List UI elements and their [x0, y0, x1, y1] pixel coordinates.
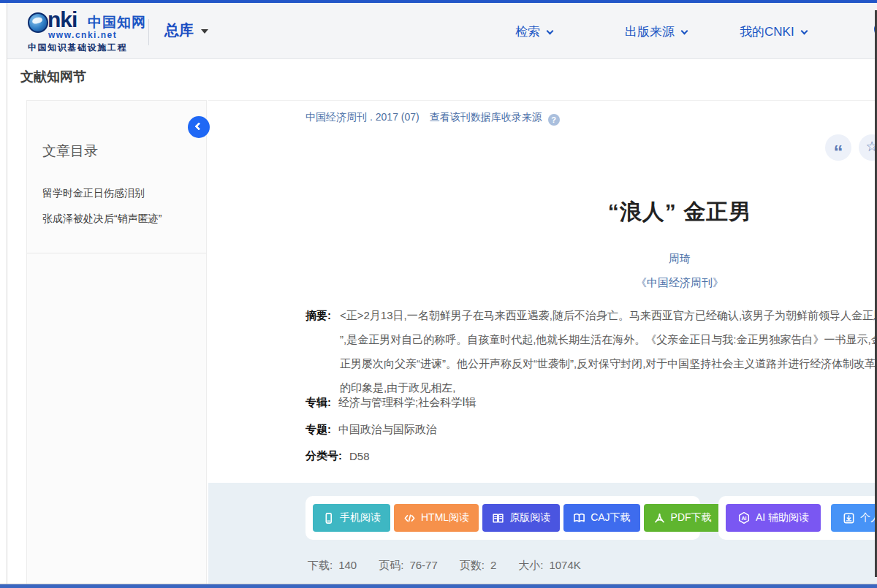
- toc-title: 文章目录: [42, 142, 98, 161]
- stat-label: 页数:: [460, 559, 485, 571]
- caret-down-icon: [201, 29, 208, 34]
- window-left-border: [7, 3, 7, 588]
- nav-item-publication-source[interactable]: 出版来源: [625, 23, 687, 40]
- field-label: 分类号:: [305, 449, 342, 463]
- journal-ref-link[interactable]: 《中国经济周刊》: [208, 276, 877, 290]
- stat-label: 页码:: [379, 559, 403, 571]
- action-footer: 手机阅读 HTML阅读 原版阅读 CAJ下载 PDF下载 AI AI 辅: [208, 483, 877, 585]
- stat-value: 1074K: [549, 559, 580, 571]
- stat-page-range: 页码:76-77: [379, 559, 438, 573]
- ai-assisted-reading-button[interactable]: AI AI 辅助阅读: [726, 504, 821, 532]
- nav-item-my-cnki[interactable]: 我的CNKI: [740, 23, 807, 40]
- nav-my-label: 我的CNKI: [740, 25, 794, 39]
- db-switch-label: 总库: [164, 22, 194, 38]
- abstract-text: <正>2月13日,一名朝鲜男子在马来西亚遇袭,随后不治身亡。马来西亚官方已经确认…: [340, 303, 877, 400]
- nav-pub-label: 出版来源: [625, 25, 675, 39]
- header: nki 中国知网 www.cnki.net 中国知识基础设施工程 总库 检索 出…: [7, 3, 877, 59]
- stat-value: 76-77: [409, 559, 437, 571]
- stat-value: 2: [490, 559, 496, 571]
- author-link[interactable]: 周琦: [208, 252, 877, 266]
- ai-hexagon-icon: AI: [737, 511, 751, 524]
- field-label: 专题:: [305, 423, 331, 437]
- html-reading-button[interactable]: HTML阅读: [394, 504, 479, 532]
- phone-icon: [322, 512, 335, 524]
- abstract-line: ”,是金正男对自己的称呼。自孩童时代起,他就长期生活在海外。《父亲金正日与我:金…: [340, 327, 877, 351]
- pages-icon: [492, 512, 504, 524]
- mobile-reading-button[interactable]: 手机阅读: [313, 504, 390, 532]
- stat-label: 大小:: [518, 559, 543, 571]
- svg-text:AI: AI: [742, 516, 747, 521]
- button-label: CAJ下载: [591, 511, 630, 524]
- reading-download-bar: 手机阅读 HTML阅读 原版阅读 CAJ下载 PDF下载: [305, 496, 700, 540]
- chevron-down-icon: [547, 28, 554, 35]
- globe-icon: [28, 12, 48, 33]
- stats-row: 下载:140 页码:76-77 页数:2 大小:1074K: [308, 559, 603, 573]
- open-book-icon: [573, 512, 585, 524]
- nav-item-search[interactable]: 检索: [515, 23, 553, 40]
- stat-label: 下载:: [308, 559, 333, 571]
- abstract-block: 摘要: <正>2月13日,一名朝鲜男子在马来西亚遇袭,随后不治身亡。马来西亚官方…: [305, 303, 877, 400]
- header-divider: [148, 19, 149, 45]
- page-title: 文献知网节: [20, 68, 86, 85]
- toc-item[interactable]: 张成泽被处决后“销声匿迹”: [42, 213, 162, 226]
- button-label: PDF下载: [671, 511, 712, 524]
- stat-size: 大小:1074K: [518, 559, 581, 573]
- button-label: AI 辅助阅读: [756, 511, 809, 524]
- stat-value: 140: [338, 559, 357, 571]
- collapse-sidebar-button[interactable]: [188, 116, 210, 138]
- abstract-line: 正男屡次向父亲“进谏”。他公开声称反对“世袭制”,反对保守封闭,对于中国坚持社会…: [340, 351, 877, 375]
- toc-item[interactable]: 留学时金正日伤感泪别: [42, 187, 145, 200]
- source-help-icon[interactable]: ?: [548, 114, 560, 126]
- journal-issue: . 2017 (07): [370, 111, 419, 123]
- nav-search-label: 检索: [515, 25, 540, 39]
- chevron-left-icon: [194, 122, 202, 130]
- window-bottom-border-blue: [0, 584, 877, 588]
- cnki-logo[interactable]: nki 中国知网 www.cnki.net 中国知识基础设施工程: [28, 10, 156, 56]
- field-value: 中国政治与国际政治: [338, 423, 437, 437]
- field-row-series: 专辑: 经济与管理科学;社会科学Ⅰ辑: [305, 396, 477, 410]
- button-label: 原版阅读: [509, 511, 550, 524]
- button-label: HTML阅读: [421, 511, 469, 524]
- personal-achievement-button[interactable]: 个人成果认领: [831, 504, 877, 532]
- article-title: “浪人” 金正男: [208, 197, 877, 227]
- window-top-border: [0, 0, 877, 3]
- field-value: D58: [349, 450, 370, 462]
- field-label: 专辑:: [305, 396, 331, 410]
- source-link[interactable]: 查看该刊数据库收录来源: [430, 111, 542, 123]
- pdf-icon: [653, 512, 666, 524]
- toc-divider: [27, 253, 206, 253]
- journal-line: 中国经济周刊. 2017 (07)查看该刊数据库收录来源?: [305, 111, 560, 126]
- field-row-topic: 专题: 中国政治与国际政治: [305, 423, 437, 437]
- abstract-label: 摘要:: [305, 303, 340, 400]
- code-icon: [403, 512, 416, 524]
- abstract-line: <正>2月13日,一名朝鲜男子在马来西亚遇袭,随后不治身亡。马来西亚官方已经确认…: [340, 303, 877, 327]
- chevron-down-icon: [800, 28, 808, 35]
- field-row-classification: 分类号: D58: [305, 449, 370, 463]
- stat-page-count: 页数:2: [460, 559, 497, 573]
- pdf-download-button[interactable]: PDF下载: [644, 504, 721, 532]
- tray-download-icon: [843, 512, 855, 524]
- logo-slogan-text: 中国知识基础设施工程: [28, 42, 127, 54]
- button-label: 手机阅读: [340, 511, 381, 524]
- ai-personal-bar: AI AI 辅助阅读 个人成果认领: [718, 496, 877, 540]
- db-switch-dropdown[interactable]: 总库: [164, 20, 208, 40]
- journal-link[interactable]: 中国经济周刊: [305, 111, 367, 123]
- quote-icon: “: [834, 141, 843, 163]
- field-value: 经济与管理科学;社会科学Ⅰ辑: [338, 396, 477, 410]
- logo-nki-text: nki: [48, 7, 77, 32]
- original-reading-button[interactable]: 原版阅读: [482, 504, 560, 532]
- chevron-down-icon: [681, 28, 688, 35]
- caj-download-button[interactable]: CAJ下载: [563, 504, 639, 532]
- logo-url-text: www.cnki.net: [48, 30, 117, 40]
- article-toc-panel: 文章目录 留学时金正日伤感泪别 张成泽被处决后“销声匿迹”: [26, 100, 207, 584]
- stat-downloads: 下载:140: [308, 559, 357, 573]
- article-detail-panel: 中国经济周刊. 2017 (07)查看该刊数据库收录来源? “浪人” 金正男 周…: [208, 100, 877, 584]
- cite-button[interactable]: “: [825, 134, 851, 161]
